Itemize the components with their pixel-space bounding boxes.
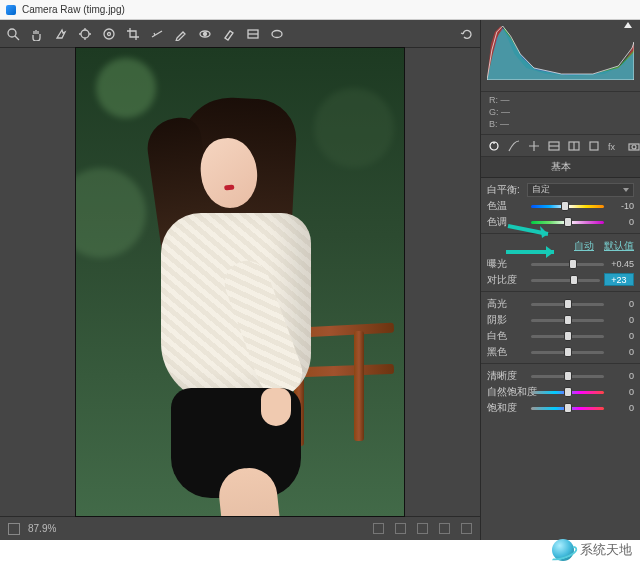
default-link[interactable]: 默认值 [604, 239, 634, 253]
whites-row: 白色 0 [487, 328, 634, 343]
white-balance-tool-icon[interactable] [54, 27, 68, 41]
menu-icon[interactable] [461, 523, 472, 534]
exposure-row: 曝光 +0.45 [487, 256, 634, 271]
highlights-label: 高光 [487, 297, 527, 311]
watermark-text: 系统天地 [580, 541, 632, 559]
rgb-readout: R: — G: — B: — [481, 92, 640, 135]
titlebar: Camera Raw (timg.jpg) [0, 0, 640, 20]
exposure-label: 曝光 [487, 257, 527, 271]
camera-tab-icon[interactable] [627, 139, 640, 153]
panel-tabs: fx [481, 135, 640, 157]
wb-label: 白平衡: [487, 183, 527, 197]
whites-slider[interactable] [531, 330, 604, 342]
toggle-icon[interactable] [439, 523, 450, 534]
wb-dropdown[interactable]: 自定 [527, 183, 634, 197]
auto-default-row: 自动 默认值 [487, 238, 634, 253]
main-area: 87.9% R: — G: — [0, 20, 640, 540]
clarity-slider[interactable] [531, 370, 604, 382]
saturation-row: 饱和度 0 [487, 400, 634, 415]
svg-point-7 [104, 29, 114, 39]
tint-row: 色调 0 [487, 214, 634, 229]
vibrance-row: 自然饱和度 0 [487, 384, 634, 399]
before-after-icon[interactable] [373, 523, 384, 534]
grid-toggle-icon[interactable] [8, 523, 20, 535]
preview-image [75, 47, 405, 517]
saturation-slider[interactable] [531, 402, 604, 414]
exposure-slider[interactable] [531, 258, 604, 270]
svg-point-0 [8, 29, 16, 37]
clarity-label: 清晰度 [487, 369, 527, 383]
whites-value[interactable]: 0 [608, 331, 634, 341]
saturation-label: 饱和度 [487, 401, 527, 415]
svg-line-9 [152, 31, 162, 37]
highlights-value[interactable]: 0 [608, 299, 634, 309]
globe-icon [552, 539, 574, 561]
tint-value[interactable]: 0 [608, 217, 634, 227]
svg-point-25 [632, 145, 636, 149]
contrast-value[interactable]: +23 [604, 273, 634, 286]
basic-tab-icon[interactable] [487, 139, 501, 153]
b-value: B: — [489, 118, 632, 130]
temp-label: 色温 [487, 199, 527, 213]
svg-line-10 [154, 33, 155, 35]
image-canvas[interactable] [0, 48, 480, 516]
blacks-value[interactable]: 0 [608, 347, 634, 357]
white-balance-row: 白平衡: 自定 [487, 182, 634, 197]
vibrance-slider[interactable] [531, 386, 604, 398]
blacks-slider[interactable] [531, 346, 604, 358]
clarity-row: 清晰度 0 [487, 368, 634, 383]
swap-icon[interactable] [395, 523, 406, 534]
highlights-slider[interactable] [531, 298, 604, 310]
detail-tab-icon[interactable] [527, 139, 541, 153]
clarity-value[interactable]: 0 [608, 371, 634, 381]
status-bar: 87.9% [0, 516, 480, 540]
hsl-tab-icon[interactable] [547, 139, 561, 153]
zoom-tool-icon[interactable] [6, 27, 20, 41]
svg-point-12 [204, 32, 207, 35]
app-icon [6, 5, 16, 15]
zoom-level[interactable]: 87.9% [28, 523, 56, 534]
spot-removal-tool-icon[interactable] [174, 27, 188, 41]
shadows-value[interactable]: 0 [608, 315, 634, 325]
red-eye-tool-icon[interactable] [198, 27, 212, 41]
saturation-value[interactable]: 0 [608, 403, 634, 413]
highlight-clip-icon[interactable] [624, 22, 632, 28]
split-tab-icon[interactable] [567, 139, 581, 153]
left-pane: 87.9% [0, 20, 480, 540]
vibrance-value[interactable]: 0 [608, 387, 634, 397]
panel-title: 基本 [481, 157, 640, 178]
camera-raw-window: Camera Raw (timg.jpg) [0, 0, 640, 540]
right-panel: R: — G: — B: — fx 基本 白平衡: [480, 20, 640, 540]
exposure-value[interactable]: +0.45 [608, 259, 634, 269]
straighten-tool-icon[interactable] [150, 27, 164, 41]
contrast-slider[interactable] [531, 274, 600, 286]
tint-slider[interactable] [531, 216, 604, 228]
crop-tool-icon[interactable] [126, 27, 140, 41]
window-title: Camera Raw (timg.jpg) [22, 4, 125, 15]
highlights-row: 高光 0 [487, 296, 634, 311]
temp-slider[interactable] [531, 200, 604, 212]
rotate-icon[interactable] [460, 27, 474, 41]
fx-tab-icon[interactable]: fx [607, 139, 621, 153]
radial-filter-tool-icon[interactable] [270, 27, 284, 41]
targeted-adjustment-tool-icon[interactable] [102, 27, 116, 41]
graduated-filter-tool-icon[interactable] [246, 27, 260, 41]
histogram[interactable] [481, 20, 640, 92]
lens-tab-icon[interactable] [587, 139, 601, 153]
adjustment-brush-tool-icon[interactable] [222, 27, 236, 41]
hand-tool-icon[interactable] [30, 27, 44, 41]
shadows-label: 阴影 [487, 313, 527, 327]
toolbar [0, 20, 480, 48]
color-sampler-tool-icon[interactable] [78, 27, 92, 41]
g-value: G: — [489, 106, 632, 118]
temp-value[interactable]: -10 [608, 201, 634, 211]
blacks-row: 黑色 0 [487, 344, 634, 359]
basic-panel: 白平衡: 自定 色温 -10 色调 0 自动 默认值 [481, 178, 640, 424]
watermark: 系统天地 [552, 539, 632, 561]
vibrance-label: 自然饱和度 [487, 385, 527, 399]
copy-settings-icon[interactable] [417, 523, 428, 534]
curve-tab-icon[interactable] [507, 139, 521, 153]
auto-link[interactable]: 自动 [574, 239, 594, 253]
temp-row: 色温 -10 [487, 198, 634, 213]
shadows-slider[interactable] [531, 314, 604, 326]
